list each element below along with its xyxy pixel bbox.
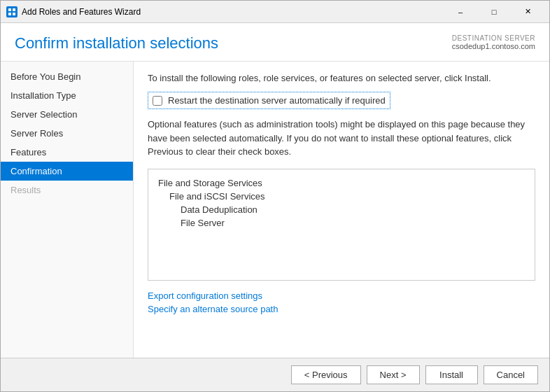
alternate-source-link[interactable]: Specify an alternate source path	[148, 304, 535, 314]
export-config-link[interactable]: Export configuration settings	[148, 290, 535, 301]
sidebar-item-server-roles[interactable]: Server Roles	[1, 124, 133, 143]
destination-info: DESTINATION SERVER csodedup1.contoso.com	[452, 34, 535, 50]
sidebar-item-server-selection[interactable]: Server Selection	[1, 105, 133, 124]
app-icon	[6, 6, 17, 18]
previous-button[interactable]: < Previous	[291, 365, 361, 384]
sidebar-item-results: Results	[1, 181, 133, 200]
sidebar-item-confirmation[interactable]: Confirmation	[1, 162, 133, 181]
optional-note: Optional features (such as administratio…	[148, 118, 535, 159]
svg-rect-3	[13, 13, 15, 15]
feature-item-2: Data Deduplication	[158, 203, 525, 216]
restart-row: Restart the destination server automatic…	[148, 92, 390, 109]
content-area: Confirm installation selections DESTINAT…	[1, 23, 549, 391]
destination-server: csodedup1.contoso.com	[452, 42, 535, 50]
window-controls: – □ ✕	[444, 1, 544, 23]
svg-rect-0	[8, 8, 11, 11]
svg-rect-2	[8, 13, 11, 15]
restart-checkbox[interactable]	[153, 96, 162, 106]
wizard-window: Add Roles and Features Wizard – □ ✕ Conf…	[0, 0, 550, 392]
feature-item-1: File and iSCSI Services	[158, 190, 525, 203]
right-panel: To install the following roles, role ser…	[134, 62, 549, 358]
feature-list-box: File and Storage Services File and iSCSI…	[148, 169, 535, 281]
sidebar-item-features[interactable]: Features	[1, 143, 133, 162]
window-title: Add Roles and Features Wizard	[22, 7, 444, 17]
feature-item-3: File Server	[158, 216, 525, 230]
next-button[interactable]: Next >	[367, 365, 420, 384]
maximize-button[interactable]: □	[478, 1, 510, 23]
feature-item-0: File and Storage Services	[158, 176, 525, 190]
footer: < Previous Next > Install Cancel	[1, 358, 549, 391]
sidebar-item-installation-type[interactable]: Installation Type	[1, 86, 133, 105]
sidebar-item-before-you-begin[interactable]: Before You Begin	[1, 67, 133, 86]
sidebar: Before You Begin Installation Type Serve…	[1, 62, 134, 358]
restart-label: Restart the destination server automatic…	[168, 95, 386, 106]
minimize-button[interactable]: –	[444, 1, 477, 23]
page-header: Confirm installation selections DESTINAT…	[1, 23, 549, 62]
destination-label: DESTINATION SERVER	[452, 34, 535, 42]
link-section: Export configuration settings Specify an…	[148, 290, 535, 314]
svg-rect-1	[13, 8, 15, 11]
main-layout: Before You Begin Installation Type Serve…	[1, 62, 549, 358]
intro-text: To install the following roles, role ser…	[148, 73, 535, 83]
page-title: Confirm installation selections	[15, 34, 218, 52]
close-button[interactable]: ✕	[512, 1, 544, 23]
install-button[interactable]: Install	[425, 365, 478, 384]
cancel-button[interactable]: Cancel	[484, 365, 538, 384]
title-bar: Add Roles and Features Wizard – □ ✕	[1, 1, 549, 23]
